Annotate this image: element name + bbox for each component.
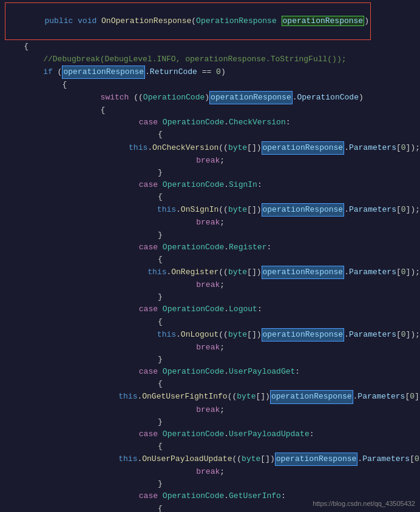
- code-line-32: }: [5, 416, 420, 428]
- code-line-25: this.OnLogout((byte[])operationResponse.…: [5, 328, 420, 342]
- code-line-13: case OperationCode.SignIn:: [5, 179, 420, 191]
- code-line-28: case OperationCode.UserPayloadGet:: [5, 366, 420, 378]
- code-line-36: break;: [5, 466, 420, 478]
- code-line-23: case OperationCode.Logout:: [5, 303, 420, 315]
- param-highlight-operationresponse-5: operationResponse: [262, 266, 345, 279]
- type-operationresponse: OperationResponse: [196, 16, 277, 25]
- code-line-14: {: [5, 191, 420, 203]
- code-line-35: this.OnUserPayloadUpdate((byte[])operati…: [5, 453, 420, 466]
- param-highlight-operationresponse-6: operationResponse: [262, 328, 345, 342]
- code-line-3: //Debugbreak(DebugLevel.INFO, operationR…: [5, 53, 420, 66]
- code-line-6: switch ((OperationCode)operationResponse…: [5, 91, 420, 104]
- code-line-16: break;: [5, 217, 420, 229]
- code-line-33: case OperationCode.UserPayloadUpdate:: [5, 428, 420, 440]
- code-line-29: {: [5, 378, 420, 390]
- code-line-15: this.OnSignIn((byte[])operationResponse.…: [5, 203, 420, 217]
- code-line-1: public void OnOperationResponse(Operatio…: [5, 2, 420, 41]
- code-line-18: case OperationCode.Register:: [5, 241, 420, 254]
- code-content: public void OnOperationResponse(Operatio…: [0, 0, 420, 512]
- param-operationresponse-green: operationResponse: [282, 16, 365, 26]
- keyword-void: void: [78, 16, 101, 25]
- code-editor: public void OnOperationResponse(Operatio…: [0, 0, 420, 512]
- code-line-12: }: [5, 167, 420, 179]
- keyword-public: public: [44, 16, 78, 25]
- param-highlight-operationresponse-7: operationResponse: [270, 390, 353, 403]
- code-line-9: {: [5, 129, 420, 141]
- code-line-21: break;: [5, 279, 420, 291]
- code-line-19: {: [5, 254, 420, 266]
- method-name: OnOperationResponse: [101, 16, 191, 25]
- code-line-26: break;: [5, 342, 420, 354]
- watermark: https://blog.csdn.net/qq_43505432: [313, 500, 415, 507]
- code-line-30: this.OnGetUserFightInfo((byte[])operatio…: [5, 390, 420, 403]
- code-line-7: {: [5, 104, 420, 116]
- code-line-8: case OperationCode.CheckVersion:: [5, 116, 420, 129]
- code-line-11: break;: [5, 155, 420, 167]
- code-line-34: {: [5, 440, 420, 453]
- code-line-10: this.OnCheckVersion((byte[])operationRes…: [5, 141, 420, 155]
- param-highlight-operationresponse-4: operationResponse: [262, 203, 345, 217]
- code-line-27: }: [5, 354, 420, 366]
- param-highlight-operationresponse-8: operationResponse: [275, 453, 358, 466]
- comment-debug: //Debugbreak(DebugLevel.INFO, operationR…: [24, 53, 347, 66]
- code-line-4: if (operationResponse.ReturnCode == 0): [5, 66, 420, 79]
- code-line-22: }: [5, 291, 420, 303]
- param-highlight-operationresponse-1: operationResponse: [62, 66, 145, 79]
- code-line-31: break;: [5, 404, 420, 416]
- code-line-17: }: [5, 229, 420, 241]
- param-highlight-operationresponse-3: operationResponse: [262, 141, 345, 155]
- param-highlight-operationresponse-2: operationResponse: [209, 91, 293, 104]
- code-line-24: {: [5, 316, 420, 328]
- code-line-5: {: [5, 79, 420, 91]
- code-line-2: {: [5, 41, 420, 53]
- code-line-37: }: [5, 478, 420, 490]
- code-line-20: this.OnRegister((byte[])operationRespons…: [5, 266, 420, 279]
